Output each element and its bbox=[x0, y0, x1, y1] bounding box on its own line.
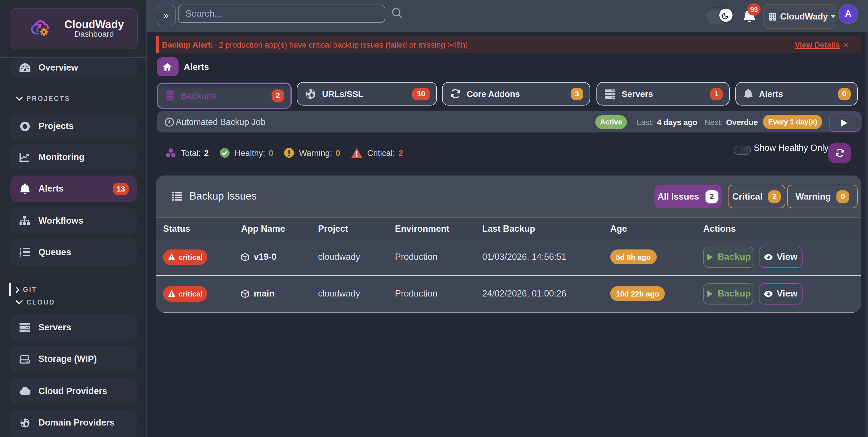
svg-text:3: 3 bbox=[20, 254, 22, 257]
